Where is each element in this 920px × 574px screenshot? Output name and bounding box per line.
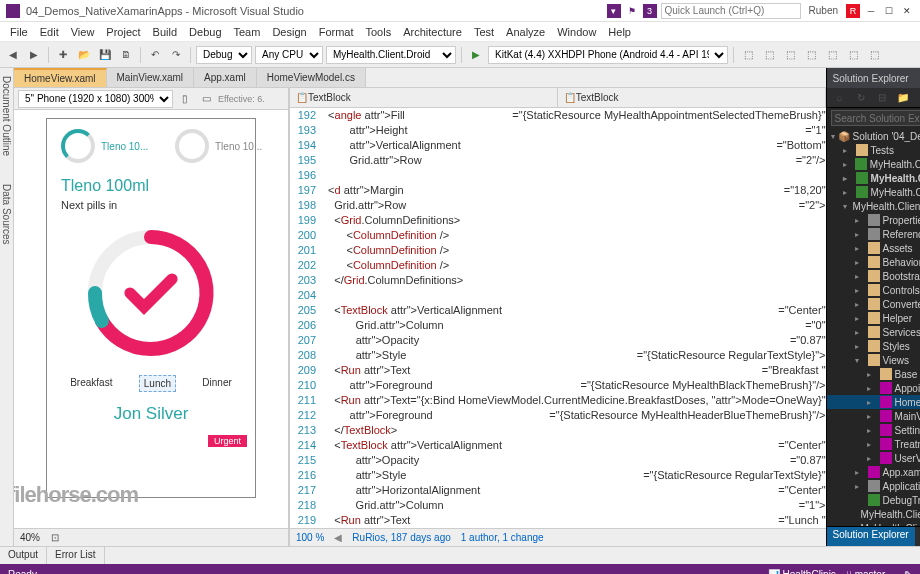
code-line[interactable]: 218 Grid.attr">Column="1"> (290, 498, 826, 513)
code-line[interactable]: 193 attr">Height="1" (290, 123, 826, 138)
tree-item[interactable]: ▾Views (827, 353, 920, 367)
solution-tree[interactable]: ▾📦 Solution '04_Demos_NativeXamarinApps'… (827, 128, 920, 526)
code-line[interactable]: 213 </TextBlock> (290, 423, 826, 438)
maximize-icon[interactable]: ☐ (882, 4, 896, 18)
menu-team[interactable]: Team (228, 24, 267, 40)
tree-item[interactable]: ▸AppointmentsView.xaml (827, 381, 920, 395)
sol-showall-icon[interactable]: 📁 (894, 89, 912, 107)
code-line[interactable]: 209 <Run attr">Text="Breakfast " (290, 363, 826, 378)
code-line[interactable]: 203 </Grid.ColumnDefinitions> (290, 273, 826, 288)
errorlist-tab[interactable]: Error List (47, 547, 105, 564)
tb-icon[interactable]: ⬚ (844, 46, 862, 64)
tree-item[interactable]: ▸Services (827, 325, 920, 339)
tree-item[interactable]: ▾MyHealth.Client.W10.UWP (Universal Wind… (827, 199, 920, 213)
tree-item[interactable]: ▸Properties (827, 213, 920, 227)
code-line[interactable]: 206 Grid.attr">Column="0" (290, 318, 826, 333)
tree-item[interactable]: ▸MainView.xaml (827, 409, 920, 423)
code-line[interactable]: 207 attr">Opacity="0.87" (290, 333, 826, 348)
tree-item[interactable]: ▸TreatmentView.xaml (827, 437, 920, 451)
code-line[interactable]: 195 Grid.attr">Row="2"/> (290, 153, 826, 168)
code-line[interactable]: 198 Grid.attr">Row="2"> (290, 198, 826, 213)
code-line[interactable]: 192 <angle attr">Fill="{StaticResource M… (290, 108, 826, 123)
code-line[interactable]: 194 attr">VerticalAlignment="Bottom" (290, 138, 826, 153)
minimize-icon[interactable]: ─ (864, 4, 878, 18)
tb-icon[interactable]: ⬚ (802, 46, 820, 64)
menu-edit[interactable]: Edit (34, 24, 65, 40)
menu-design[interactable]: Design (266, 24, 312, 40)
code-line[interactable]: 204 (290, 288, 826, 303)
tree-item[interactable]: ▸App.xaml (827, 465, 920, 479)
tree-item[interactable]: ▸Base (827, 367, 920, 381)
notif-icon[interactable]: ▾ (607, 4, 621, 18)
tree-item[interactable]: ▸Converters (827, 297, 920, 311)
menu-tools[interactable]: Tools (360, 24, 398, 40)
tree-item[interactable]: ▸UserView.xaml (827, 451, 920, 465)
code-line[interactable]: 219 <Run attr">Text="Lunch " (290, 513, 826, 528)
config-select[interactable]: Debug (196, 46, 252, 64)
flag-icon[interactable]: ⚑ (625, 4, 639, 18)
target-select[interactable]: KitKat (4.4) XXHDPI Phone (Android 4.4 -… (488, 46, 728, 64)
status-changes[interactable]: ✎ (904, 569, 912, 575)
tree-item[interactable]: ▸MyHealth.Client.Droid (827, 171, 920, 185)
code-line[interactable]: 210 attr">Foreground="{StaticResource My… (290, 378, 826, 393)
tree-item[interactable]: ▸References (827, 227, 920, 241)
orient-icon[interactable]: ▭ (197, 90, 215, 108)
code-line[interactable]: 196 (290, 168, 826, 183)
code-line[interactable]: 200 <ColumnDefinition /> (290, 228, 826, 243)
code-editor[interactable]: 192 <angle attr">Fill="{StaticResource M… (290, 108, 826, 528)
tree-item[interactable]: ▸ApplicationInsights.config (827, 479, 920, 493)
tree-item[interactable]: ▸Controls (827, 283, 920, 297)
output-tab[interactable]: Output (0, 547, 47, 564)
code-line[interactable]: 205 <TextBlock attr">VerticalAlignment="… (290, 303, 826, 318)
code-line[interactable]: 212 attr">Foreground="{StaticResource My… (290, 408, 826, 423)
menu-project[interactable]: Project (100, 24, 146, 40)
code-zoom[interactable]: 100 % (296, 532, 324, 543)
close-icon[interactable]: ✕ (900, 4, 914, 18)
platform-select[interactable]: Any CPU (255, 46, 323, 64)
tb-icon[interactable]: ⬚ (865, 46, 883, 64)
save-icon[interactable]: 💾 (96, 46, 114, 64)
nav-back-icon[interactable]: ◀ (4, 46, 22, 64)
sol-home-icon[interactable]: ⌂ (831, 89, 849, 107)
play-icon[interactable]: ▶ (467, 46, 485, 64)
code-line[interactable]: 211 <Run attr">Text="{x:Bind HomeViewMod… (290, 393, 826, 408)
fit-icon[interactable]: ⊡ (46, 529, 64, 547)
menu-file[interactable]: File (4, 24, 34, 40)
tb-icon[interactable]: ⬚ (823, 46, 841, 64)
tree-item[interactable]: ▸Bootstrap (827, 269, 920, 283)
side-tab-outline[interactable]: Document Outline (0, 72, 13, 160)
tree-item[interactable]: ▸Helper (827, 311, 920, 325)
code-line[interactable]: 202 <ColumnDefinition /> (290, 258, 826, 273)
meal-dinner[interactable]: Dinner (198, 375, 235, 392)
tree-item[interactable]: ▸MyHealth.Client.Core (Portable) (827, 157, 920, 171)
code-line[interactable]: 201 <ColumnDefinition /> (290, 243, 826, 258)
meal-breakfast[interactable]: Breakfast (66, 375, 116, 392)
startup-select[interactable]: MyHealth.Client.Droid (326, 46, 456, 64)
code-line[interactable]: 199 <Grid.ColumnDefinitions> (290, 213, 826, 228)
user-avatar-icon[interactable]: R (846, 4, 860, 18)
status-branch[interactable]: ⑂ master ▴ (846, 569, 894, 575)
menu-window[interactable]: Window (551, 24, 602, 40)
status-clinic[interactable]: 📊 HealthClinic (768, 569, 836, 575)
solution-search-input[interactable] (831, 110, 920, 126)
doc-tab-homeview[interactable]: HomeView.xaml (14, 68, 107, 87)
saveall-icon[interactable]: 🗎 (117, 46, 135, 64)
code-authors[interactable]: 1 author, 1 change (461, 532, 544, 543)
meal-lunch[interactable]: Lunch (139, 375, 176, 392)
tree-item[interactable]: ▸HomeView.xaml (827, 395, 920, 409)
tree-item[interactable]: MyHealth.Client.W10.UWP_StoreKey.pfx (827, 507, 920, 521)
sol-tab-team[interactable]: Team Explorer (915, 527, 920, 546)
solution-root[interactable]: ▾📦 Solution '04_Demos_NativeXamarinApps'… (827, 130, 920, 143)
doc-tab-app[interactable]: App.xaml (194, 68, 257, 87)
tree-item[interactable]: DebugTrace.cs (827, 493, 920, 507)
code-line[interactable]: 197 <d attr">Margin="18,20" (290, 183, 826, 198)
menu-analyze[interactable]: Analyze (500, 24, 551, 40)
doc-tab-mainview[interactable]: MainView.xaml (107, 68, 195, 87)
sol-refresh-icon[interactable]: ↻ (852, 89, 870, 107)
quick-launch-input[interactable] (661, 3, 801, 19)
tree-item[interactable]: ▸Behaviors (827, 255, 920, 269)
menu-test[interactable]: Test (468, 24, 500, 40)
badge-icon[interactable]: 3 (643, 4, 657, 18)
tree-item[interactable]: ▸SettingsView.xaml (827, 423, 920, 437)
orient-icon[interactable]: ▯ (176, 90, 194, 108)
